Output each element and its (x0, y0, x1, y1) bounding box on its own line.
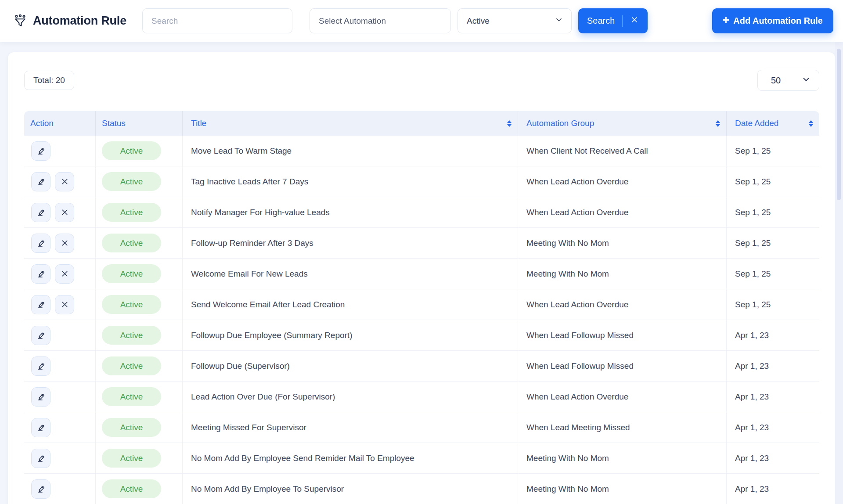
page-size-value: 50 (771, 76, 781, 86)
add-automation-rule-button[interactable]: + Add Automation Rule (712, 8, 833, 33)
table-row: ActiveSend Welcome Email After Lead Crea… (24, 289, 819, 320)
column-header-title[interactable]: Title (183, 111, 518, 136)
edit-pencil-icon (36, 269, 46, 279)
automation-group-cell: Meeting With No Mom (518, 259, 727, 289)
edit-button[interactable] (31, 356, 50, 376)
table-row: ActiveLead Action Over Due (For Supervis… (24, 382, 819, 412)
column-header-date-added[interactable]: Date Added (727, 111, 819, 136)
title-cell: Tag Inactive Leads After 7 Days (183, 166, 518, 197)
edit-button[interactable] (31, 234, 50, 253)
close-icon (60, 269, 69, 278)
status-cell: Active (96, 351, 183, 381)
date-added-cell: Apr 1, 23 (727, 443, 819, 473)
status-badge: Active (102, 295, 161, 314)
status-badge: Active (102, 172, 161, 191)
page-title-group: Automation Rule (13, 14, 126, 28)
button-divider (622, 15, 623, 27)
action-cell (24, 228, 96, 258)
clear-search-icon[interactable] (630, 15, 639, 26)
edit-pencil-icon (36, 422, 46, 432)
edit-button[interactable] (31, 172, 50, 191)
title-cell: Send Welcome Email After Lead Creation (183, 289, 518, 320)
table-row: ActiveTag Inactive Leads After 7 DaysWhe… (24, 166, 819, 197)
edit-button[interactable] (31, 203, 50, 222)
status-cell: Active (96, 289, 183, 320)
edit-button[interactable] (31, 387, 50, 407)
vertical-scrollbar[interactable] (835, 42, 843, 504)
title-cell: Followup Due Employee (Summary Report) (183, 320, 518, 350)
edit-pencil-icon (36, 299, 46, 310)
delete-button[interactable] (55, 172, 74, 191)
action-cell (24, 136, 96, 166)
title-cell: Followup Due (Supervisor) (183, 351, 518, 381)
action-cell (24, 412, 96, 443)
title-cell: Follow-up Reminder After 3 Days (183, 228, 518, 258)
search-input[interactable] (142, 8, 292, 33)
edit-button[interactable] (31, 418, 50, 437)
delete-button[interactable] (55, 203, 74, 222)
action-cell (24, 474, 96, 504)
automation-group-cell: When Lead Action Overdue (518, 197, 727, 227)
delete-button[interactable] (55, 234, 74, 253)
content-card: Total: 20 50 Action Status Title Automat… (8, 52, 835, 504)
status-badge: Active (102, 418, 161, 437)
action-cell (24, 351, 96, 381)
edit-button[interactable] (31, 479, 50, 499)
edit-button[interactable] (31, 264, 50, 284)
automation-group-cell: When Client Not Received A Call (518, 136, 727, 166)
edit-pencil-icon (36, 176, 46, 187)
edit-button[interactable] (31, 141, 50, 161)
total-count-badge: Total: 20 (24, 71, 74, 90)
delete-button[interactable] (55, 295, 74, 314)
search-button[interactable]: Search (578, 8, 648, 33)
action-cell (24, 443, 96, 473)
automation-group-cell: When Lead Action Overdue (518, 289, 727, 320)
date-added-cell: Apr 1, 23 (727, 474, 819, 504)
action-cell (24, 166, 96, 197)
date-added-cell: Sep 1, 25 (727, 166, 819, 197)
date-added-cell: Sep 1, 25 (727, 136, 819, 166)
status-badge: Active (102, 234, 161, 252)
scrollbar-thumb[interactable] (837, 49, 841, 200)
select-automation-input[interactable] (310, 8, 451, 33)
top-toolbar: Automation Rule Active Search + Add Auto… (0, 0, 843, 42)
table-row: ActiveNotify Manager For High-value Lead… (24, 197, 819, 228)
table-row: ActiveMove Lead To Warm StageWhen Client… (24, 136, 819, 166)
automation-group-cell: Meeting With No Mom (518, 474, 727, 504)
automation-group-cell: When Lead Meeting Missed (518, 412, 727, 443)
edit-pencil-icon (36, 484, 46, 494)
title-cell: Meeting Missed For Supervisor (183, 412, 518, 443)
table-row: ActiveMeeting Missed For SupervisorWhen … (24, 412, 819, 443)
edit-pencil-icon (36, 392, 46, 402)
automation-group-cell: When Lead Followup Missed (518, 351, 727, 381)
column-header-action[interactable]: Action (24, 111, 96, 136)
title-cell: Lead Action Over Due (For Supervisor) (183, 382, 518, 412)
column-header-automation-group[interactable]: Automation Group (518, 111, 727, 136)
table-row: ActiveNo Mom Add By Employee To Supervis… (24, 474, 819, 504)
table-header-row: Action Status Title Automation Group Dat… (24, 111, 819, 136)
status-cell: Active (96, 320, 183, 350)
status-cell: Active (96, 382, 183, 412)
edit-button[interactable] (31, 326, 50, 345)
title-cell: Notify Manager For High-value Leads (183, 197, 518, 227)
status-filter-select[interactable]: Active (458, 8, 572, 33)
edit-button[interactable] (31, 449, 50, 468)
column-header-status[interactable]: Status (96, 111, 183, 136)
page-title: Automation Rule (33, 14, 126, 28)
edit-pencil-icon (36, 361, 46, 371)
chevron-down-icon (555, 15, 563, 26)
table-row: ActiveNo Mom Add By Employee Send Remide… (24, 443, 819, 474)
sort-icon[interactable] (803, 120, 813, 127)
table-row: ActiveFollow-up Reminder After 3 DaysMee… (24, 228, 819, 259)
delete-button[interactable] (55, 264, 74, 284)
sort-icon[interactable] (502, 120, 512, 127)
title-cell: Welcome Email For New Leads (183, 259, 518, 289)
date-added-cell: Sep 1, 25 (727, 259, 819, 289)
date-added-cell: Apr 1, 23 (727, 412, 819, 443)
status-badge: Active (102, 449, 161, 468)
edit-pencil-icon (36, 238, 46, 248)
sort-icon[interactable] (710, 120, 720, 127)
page-size-select[interactable]: 50 (757, 70, 819, 91)
title-cell: No Mom Add By Employee To Supervisor (183, 474, 518, 504)
edit-button[interactable] (31, 295, 50, 314)
